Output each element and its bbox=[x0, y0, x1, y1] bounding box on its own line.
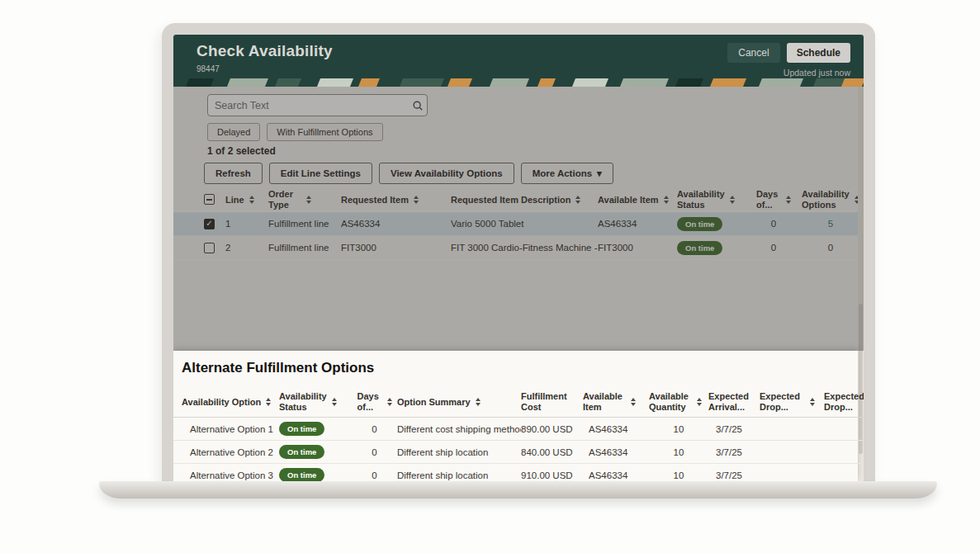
available-item: AS46334 bbox=[583, 424, 649, 434]
column-header-available-quantity[interactable]: Available Quantity bbox=[649, 391, 708, 412]
dialog-header: Check Availability 98447 Cancel Schedule… bbox=[173, 35, 864, 78]
sort-icon bbox=[414, 196, 419, 204]
schedule-button[interactable]: Schedule bbox=[787, 43, 850, 63]
order-type: Fulfillment line bbox=[268, 219, 341, 229]
row-checkbox[interactable] bbox=[204, 243, 215, 253]
expected-arrival-date: 3/7/25 bbox=[708, 470, 760, 480]
sort-icon bbox=[664, 196, 669, 204]
column-header-availability-option[interactable]: Availability Option bbox=[182, 397, 279, 407]
select-all-checkbox-cell bbox=[204, 194, 225, 205]
indeterminate-icon bbox=[206, 199, 212, 201]
decorative-banner bbox=[173, 78, 864, 87]
available-item: AS46334 bbox=[583, 447, 649, 457]
option-summary: Different ship location bbox=[397, 470, 521, 480]
requested-item-description: Vario 5000 Tablet bbox=[451, 219, 598, 229]
alternate-options-panel: Alternate Fulfillment Options Availabili… bbox=[173, 351, 858, 481]
option-summary: Different cost shipping method bbox=[397, 424, 521, 434]
sort-icon bbox=[631, 398, 636, 406]
days-of-value: 0 bbox=[750, 243, 798, 253]
selection-summary: 1 of 2 selected bbox=[207, 145, 276, 157]
status-badge: On time bbox=[279, 468, 324, 481]
list-item[interactable]: Alternative Option 2 On time 0 Different… bbox=[173, 441, 864, 464]
available-quantity: 10 bbox=[649, 424, 708, 434]
filter-chips: Delayed With Fulfillment Options bbox=[207, 123, 383, 141]
laptop-screen: Check Availability 98447 Cancel Schedule… bbox=[173, 35, 864, 481]
column-header-days-of[interactable]: Days of... bbox=[352, 391, 397, 412]
requested-item: FIT3000 bbox=[341, 243, 451, 253]
status-badge: On time bbox=[677, 241, 722, 255]
order-number: 98447 bbox=[196, 64, 220, 73]
column-header-option-summary[interactable]: Option Summary bbox=[397, 397, 521, 407]
filter-chip-with-fulfillment-options[interactable]: With Fulfillment Options bbox=[267, 123, 382, 141]
column-header-days-of[interactable]: Days of... bbox=[750, 189, 798, 210]
chevron-down-icon: ▾ bbox=[597, 168, 602, 179]
lines-table-header: Line Order Type Requested Item Requ bbox=[173, 187, 864, 212]
column-header-expected-drop[interactable]: Expected Drop... bbox=[824, 391, 864, 412]
alternate-options-table: Availability Option Availability Status … bbox=[173, 386, 864, 481]
cancel-button[interactable]: Cancel bbox=[727, 43, 779, 63]
sort-icon bbox=[730, 196, 735, 204]
options-table-header: Availability Option Availability Status … bbox=[173, 386, 864, 418]
fulfillment-cost: 910.00 USD bbox=[521, 470, 583, 480]
check-icon: ✓ bbox=[206, 220, 212, 228]
option-summary: Different ship location bbox=[397, 447, 521, 457]
available-quantity: 10 bbox=[649, 447, 708, 457]
laptop-bezel: Check Availability 98447 Cancel Schedule… bbox=[162, 23, 875, 481]
search-icon[interactable] bbox=[409, 100, 427, 111]
column-header-availability-options[interactable]: Availability Options bbox=[798, 189, 864, 210]
sort-icon bbox=[306, 196, 311, 204]
requested-item: AS46334 bbox=[341, 219, 451, 229]
column-header-requested-item[interactable]: Requested Item bbox=[341, 195, 451, 205]
column-header-availability-status[interactable]: Availability Status bbox=[279, 391, 352, 412]
table-row[interactable]: ✓ 1 Fulfillment line AS46334 Vario 5000 … bbox=[173, 212, 864, 236]
panel-title: Alternate Fulfillment Options bbox=[182, 360, 374, 376]
more-actions-button[interactable]: More Actions ▾ bbox=[521, 163, 613, 184]
action-toolbar: Refresh Edit Line Settings View Availabi… bbox=[204, 163, 613, 184]
availability-options-value: 0 bbox=[798, 243, 864, 253]
days-of-value: 0 bbox=[352, 424, 397, 434]
available-item: FIT3000 bbox=[598, 243, 677, 253]
status-badge: On time bbox=[279, 445, 324, 459]
line-number: 2 bbox=[225, 243, 268, 253]
search-box bbox=[207, 94, 428, 116]
days-of-value: 0 bbox=[352, 470, 397, 480]
fulfillment-cost: 840.00 USD bbox=[521, 447, 583, 457]
column-header-available-item[interactable]: Available Item bbox=[598, 195, 677, 205]
refresh-button[interactable]: Refresh bbox=[204, 163, 263, 184]
filter-chip-delayed[interactable]: Delayed bbox=[207, 123, 260, 141]
search-input[interactable] bbox=[208, 100, 409, 111]
sort-icon bbox=[575, 196, 580, 204]
column-header-expected-arrival[interactable]: Expected Arrival... bbox=[708, 391, 760, 412]
column-header-requested-item-description[interactable]: Requested Item Description bbox=[451, 195, 598, 205]
availability-options-link[interactable]: 5 bbox=[828, 219, 833, 229]
column-header-fulfillment-cost[interactable]: Fulfillment Cost bbox=[521, 391, 583, 412]
column-header-available-item[interactable]: Available Item bbox=[583, 391, 649, 412]
availability-option: Alternative Option 3 bbox=[182, 470, 279, 480]
expected-arrival-date: 3/7/25 bbox=[708, 447, 760, 457]
row-checkbox[interactable]: ✓ bbox=[204, 219, 215, 229]
sort-icon bbox=[697, 398, 702, 406]
column-header-order-type[interactable]: Order Type bbox=[268, 189, 341, 210]
sort-icon bbox=[810, 398, 815, 406]
days-of-value: 0 bbox=[352, 447, 397, 457]
sort-icon bbox=[266, 398, 271, 406]
availability-option: Alternative Option 1 bbox=[182, 424, 279, 434]
column-header-line[interactable]: Line bbox=[225, 195, 268, 205]
select-all-checkbox[interactable] bbox=[204, 194, 215, 205]
availability-option: Alternative Option 2 bbox=[182, 447, 279, 457]
table-row[interactable]: 2 Fulfillment line FIT3000 FIT 3000 Card… bbox=[173, 236, 864, 260]
sort-icon bbox=[249, 196, 254, 204]
list-item[interactable]: Alternative Option 1 On time 0 Different… bbox=[173, 418, 864, 441]
laptop-base bbox=[99, 481, 937, 499]
view-availability-options-button[interactable]: View Availability Options bbox=[379, 163, 514, 184]
edit-line-settings-button[interactable]: Edit Line Settings bbox=[269, 163, 372, 184]
available-item: AS46334 bbox=[598, 219, 677, 229]
column-header-expected-drop[interactable]: Expected Drop... bbox=[760, 391, 824, 412]
column-header-availability-status[interactable]: Availability Status bbox=[677, 189, 750, 210]
requested-item-description: FIT 3000 Cardio-Fitness Machine - 16 i bbox=[451, 243, 598, 253]
list-item[interactable]: Alternative Option 3 On time 0 Different… bbox=[173, 464, 864, 481]
sort-icon bbox=[387, 398, 392, 406]
available-quantity: 10 bbox=[649, 470, 708, 480]
line-number: 1 bbox=[225, 219, 268, 229]
more-actions-label: More Actions bbox=[533, 168, 592, 178]
